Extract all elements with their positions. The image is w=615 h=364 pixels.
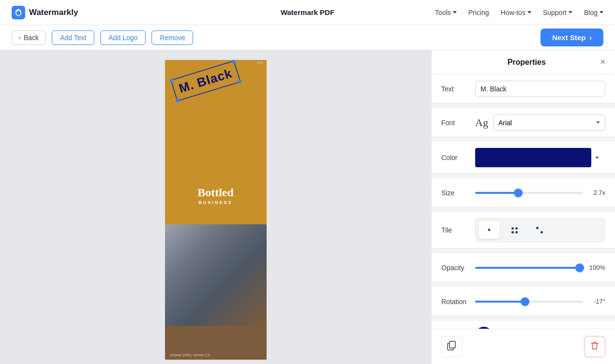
brand-name: Watermarkly [29,8,78,17]
tile-grid-dots [511,227,518,233]
size-row: Size 2.7x [432,178,615,207]
opacity-slider-fill [475,267,580,269]
close-button[interactable]: × [600,57,605,67]
bottled-title-area: Bottled BUSINESS [165,186,267,205]
resize-handle-br[interactable] [237,79,241,84]
nav-pricing[interactable]: Pricing [468,9,489,16]
gap4 [432,207,615,212]
resize-handle-bl[interactable] [175,98,180,103]
tile-options [475,218,605,242]
bottled-title: Bottled [165,186,267,199]
gap1 [432,103,615,108]
watermark-box: M. Black [170,60,240,102]
duplicate-button[interactable] [441,336,463,357]
font-select[interactable]: Arial [493,115,605,131]
pdf-page: M. Black Boe Bottled BUSINESS October [165,60,267,360]
tile-grid[interactable] [504,221,525,239]
resize-handle-tr[interactable] [231,60,236,64]
text-label: Text [441,85,475,93]
trash-icon [590,341,600,353]
rotation-control: -17° [475,298,605,305]
size-slider-fill [475,192,518,194]
size-slider-row: 2.7x [475,189,605,196]
pdf-photo [165,224,267,326]
text-input[interactable] [475,81,605,97]
tile-sparse-dots [536,227,543,233]
chevron-down-icon [569,11,572,14]
watermark-container[interactable]: M. Black [172,70,250,99]
opacity-label: Opacity [441,264,475,272]
tile-single-dot [488,225,491,235]
nav-support[interactable]: Support [543,9,572,16]
font-control: Ag Arial [475,115,605,131]
size-value: 2.7x [588,189,605,196]
chevron-down-icon [600,11,603,14]
opacity-control: 100% [475,264,605,271]
duplicate-icon [447,341,457,353]
color-control [475,148,605,167]
pdf-footer-text: October 2059 | Version 2.0 [170,353,210,357]
rotation-slider-thumb[interactable] [521,297,529,306]
font-preview: Ag [475,116,488,129]
color-row-inner [475,148,605,167]
chevron-down-icon [527,11,531,14]
font-row-inner: Ag Arial [475,115,605,131]
opacity-value: 100% [588,264,605,271]
navbar-links: Tools Pricing How-tos Support Blog [435,9,603,16]
opacity-row: Opacity 100% [432,253,615,282]
opacity-slider-row: 100% [475,264,605,271]
properties-panel: Properties × Text Font Ag Arial [431,50,615,364]
rotation-slider-track [475,301,583,303]
bottled-sub: BUSINESS [165,200,267,205]
font-label: Font [441,119,475,127]
back-chevron-icon: ‹ [19,34,21,41]
pdf-top: M. Black Boe Bottled BUSINESS [165,60,267,224]
next-step-button[interactable]: Next Step › [540,29,603,46]
remove-button[interactable]: Remove [151,30,193,45]
size-slider-track [475,192,583,194]
opacity-slider-thumb[interactable] [575,263,584,272]
panel-footer [432,329,615,364]
rotation-slider-fill [475,301,525,303]
tile-sparse[interactable] [529,221,550,239]
gap3 [432,174,615,178]
size-label: Size [441,189,475,197]
tile-label: Tile [441,226,475,234]
size-slider-thumb[interactable] [514,189,523,197]
nav-tools[interactable]: Tools [435,9,457,16]
main-area: M. Black Boe Bottled BUSINESS October [0,50,615,364]
gap7 [432,316,615,321]
delete-button[interactable] [584,336,605,357]
font-row: Font Ag Arial [432,108,615,137]
boet-text: Boe [257,61,263,64]
photo-bg [165,224,267,326]
back-button[interactable]: ‹ Back [12,30,46,45]
preview-area: M. Black Boe Bottled BUSINESS October [0,50,431,364]
gap6 [432,282,615,287]
resize-handle-tl[interactable] [169,78,174,83]
navbar: Watermarkly Watermark PDF Tools Pricing … [0,0,615,25]
panel-title: Properties [453,58,600,67]
add-logo-button[interactable]: Add Logo [100,30,146,45]
logo-icon [12,6,25,19]
gap2 [432,137,615,142]
panel-header: Properties × [432,50,615,74]
size-control: 2.7x [475,189,605,196]
tile-control [475,218,605,242]
chevron-down-icon [453,11,457,14]
nav-blog[interactable]: Blog [584,9,603,16]
color-row: Color [432,142,615,174]
tile-single[interactable] [479,221,500,239]
rotation-value: -17° [588,298,605,305]
color-label: Color [441,154,475,161]
nav-howtos[interactable]: How-tos [501,9,531,16]
toolbar: ‹ Back Add Text Add Logo Remove Next Ste… [0,25,615,50]
brand: Watermarkly [12,6,78,19]
rotation-row: Rotation -17° [432,287,615,316]
watermark-text: M. Black [177,66,233,96]
color-swatch[interactable] [475,148,591,167]
rotation-slider-row: -17° [475,298,605,305]
text-control [475,81,605,97]
chevron-down-icon [595,157,599,159]
add-text-button[interactable]: Add Text [52,30,94,45]
